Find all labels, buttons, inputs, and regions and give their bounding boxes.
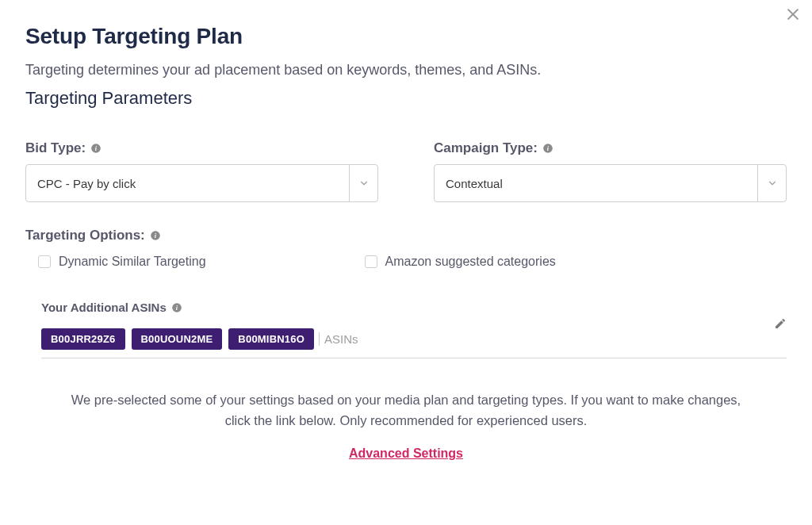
asins-label-text: Your Additional ASINs xyxy=(41,301,167,314)
form-row: Bid Type: i CPC - Pay by click Campaign … xyxy=(25,140,787,202)
preselected-text: We pre-selected some of your settings ba… xyxy=(65,390,747,431)
info-icon[interactable]: i xyxy=(90,143,102,154)
info-icon[interactable]: i xyxy=(150,230,161,241)
campaign-type-field: Campaign Type: i Contextual xyxy=(434,140,787,202)
campaign-type-value: Contextual xyxy=(435,177,757,190)
footer-block: We pre-selected some of your settings ba… xyxy=(25,390,787,461)
dynamic-similar-label: Dynamic Similar Targeting xyxy=(59,255,206,269)
asins-label: Your Additional ASINs i xyxy=(41,301,787,314)
bid-type-field: Bid Type: i CPC - Pay by click xyxy=(25,140,378,202)
bid-type-label-text: Bid Type: xyxy=(25,140,86,156)
asin-chip[interactable]: B00UOUN2ME xyxy=(132,328,223,350)
asins-input[interactable]: B00JRR29Z6 B00UOUN2ME B00MIBN16O ASINs xyxy=(41,328,787,358)
targeting-options-label: Targeting Options: i xyxy=(25,228,787,243)
chevron-down-icon xyxy=(349,165,377,201)
asin-chip[interactable]: B00MIBN16O xyxy=(228,328,314,350)
dynamic-similar-option[interactable]: Dynamic Similar Targeting xyxy=(38,255,206,269)
campaign-type-label-text: Campaign Type: xyxy=(434,140,538,156)
setup-targeting-modal: Setup Targeting Plan Targeting determine… xyxy=(0,0,812,485)
targeting-options-label-text: Targeting Options: xyxy=(25,228,145,243)
targeting-options-row: Dynamic Similar Targeting Amazon suggest… xyxy=(25,255,787,269)
close-icon xyxy=(785,11,801,25)
page-description: Targeting determines your ad placement b… xyxy=(25,60,787,80)
chevron-down-icon xyxy=(757,165,786,201)
campaign-type-label: Campaign Type: i xyxy=(434,140,787,156)
bid-type-value: CPC - Pay by click xyxy=(26,177,349,190)
close-button[interactable] xyxy=(785,6,801,22)
amazon-suggested-option[interactable]: Amazon suggested categories xyxy=(365,255,556,269)
amazon-suggested-label: Amazon suggested categories xyxy=(385,255,556,269)
info-icon[interactable]: i xyxy=(542,143,553,154)
checkbox[interactable] xyxy=(38,255,51,268)
asins-section: Your Additional ASINs i B00JRR29Z6 B00UO… xyxy=(25,301,787,358)
bid-type-select[interactable]: CPC - Pay by click xyxy=(25,164,378,202)
asin-chip[interactable]: B00JRR29Z6 xyxy=(41,328,125,350)
edit-button[interactable] xyxy=(774,317,787,330)
bid-type-label: Bid Type: i xyxy=(25,140,378,156)
advanced-settings-link[interactable]: Advanced Settings xyxy=(349,446,463,461)
info-icon[interactable]: i xyxy=(171,302,182,313)
page-title: Setup Targeting Plan xyxy=(25,24,787,49)
pencil-icon xyxy=(774,319,787,332)
asins-input-row: B00JRR29Z6 B00UOUN2ME B00MIBN16O ASINs xyxy=(41,328,787,358)
section-heading: Targeting Parameters xyxy=(25,88,787,109)
campaign-type-select[interactable]: Contextual xyxy=(434,164,787,202)
asins-placeholder: ASINs xyxy=(319,332,358,346)
checkbox[interactable] xyxy=(365,255,377,268)
